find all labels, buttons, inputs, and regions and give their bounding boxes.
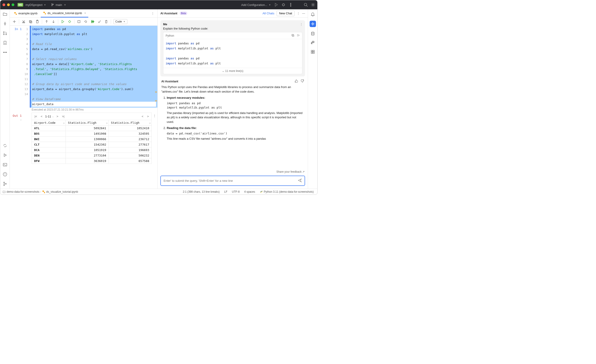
close-window[interactable] bbox=[2, 3, 5, 6]
clear-outputs-icon[interactable] bbox=[97, 19, 102, 24]
zoom-window[interactable] bbox=[12, 3, 14, 6]
add-cell-icon[interactable] bbox=[12, 19, 17, 24]
problems-icon[interactable] bbox=[2, 172, 7, 177]
table-row[interactable]: DFW3636019657588 bbox=[32, 158, 152, 164]
python-packages-icon[interactable] bbox=[310, 40, 315, 45]
svg-point-16 bbox=[4, 185, 5, 186]
copy-icon[interactable] bbox=[291, 34, 294, 37]
last-page-icon[interactable]: >| bbox=[61, 114, 65, 119]
svg-point-5 bbox=[312, 4, 314, 6]
more-icon[interactable]: ⋮ bbox=[297, 12, 300, 15]
step2-title: Reading the data file: bbox=[167, 126, 197, 130]
minimize-window[interactable] bbox=[7, 3, 10, 6]
more-icon[interactable] bbox=[2, 50, 7, 55]
page-range[interactable]: 1-11 ⌄ bbox=[45, 115, 54, 118]
database-icon[interactable] bbox=[310, 31, 315, 36]
line-separator[interactable]: LF bbox=[223, 190, 229, 193]
expand-code[interactable]: 11 more line(s) bbox=[163, 68, 302, 74]
ai-assistant-icon[interactable] bbox=[310, 21, 316, 27]
pull-requests-icon[interactable] bbox=[2, 31, 7, 36]
services-icon[interactable] bbox=[2, 153, 7, 158]
tabs-more-icon[interactable]: ⋮ bbox=[150, 12, 156, 15]
cell-type-selector[interactable]: Code ▼ bbox=[113, 19, 127, 24]
code-content[interactable]: import pandas as pd import matplotlib.py… bbox=[163, 39, 302, 68]
scroll-right-icon[interactable]: > bbox=[146, 114, 150, 119]
chevron-down-icon: ▼ bbox=[269, 4, 271, 6]
paste-icon[interactable] bbox=[35, 19, 40, 24]
ai-input[interactable] bbox=[160, 176, 305, 186]
share-feedback-link[interactable]: Share your feedback ↗ bbox=[158, 169, 308, 173]
copy-icon[interactable] bbox=[28, 19, 33, 24]
all-chats-link[interactable]: All Chats bbox=[262, 12, 274, 15]
next-page-icon[interactable]: > bbox=[56, 114, 59, 119]
table-row[interactable]: CLT1542302277617 bbox=[32, 142, 152, 148]
table-row[interactable]: DEN2773104506232 bbox=[32, 153, 152, 158]
more-icon[interactable] bbox=[289, 3, 293, 7]
tab-label: example.ipynb bbox=[18, 12, 37, 15]
minimize-icon[interactable]: — bbox=[302, 12, 305, 15]
col-airport-code[interactable]: Airport.Code◇ bbox=[32, 120, 66, 126]
settings-icon[interactable] bbox=[311, 3, 315, 7]
move-down-icon[interactable] bbox=[51, 19, 56, 24]
terminal-icon[interactable] bbox=[2, 162, 7, 167]
first-page-icon[interactable]: |< bbox=[34, 114, 38, 119]
indent[interactable]: 4 spaces bbox=[243, 190, 257, 193]
new-chat-button[interactable]: New Chat bbox=[277, 10, 295, 16]
thumbs-down-icon[interactable] bbox=[300, 79, 304, 83]
ai-input-field[interactable] bbox=[164, 179, 298, 182]
sync-icon[interactable] bbox=[2, 143, 7, 148]
breadcrumb[interactable]: demo-data-for-screenshots › ds_visualize… bbox=[2, 190, 78, 193]
editor-area: example.ipynb ds_visualize_tutorial.ipyn… bbox=[10, 9, 158, 189]
prev-page-icon[interactable]: < bbox=[40, 114, 44, 119]
svg-rect-13 bbox=[3, 163, 7, 166]
stop-icon[interactable] bbox=[77, 19, 81, 24]
run-icon[interactable] bbox=[274, 3, 278, 7]
tab-ds-visualize[interactable]: ds_visualize_tutorial.ipynb × bbox=[41, 9, 88, 17]
move-up-icon[interactable] bbox=[44, 19, 49, 24]
table-row[interactable]: BWI1300066236712 bbox=[32, 136, 152, 142]
table-row[interactable]: DCA1051919196693 bbox=[32, 148, 152, 153]
cursor-position[interactable]: 2:1 (398 chars, 13 line breaks) bbox=[181, 190, 221, 193]
svg-rect-32 bbox=[311, 50, 313, 52]
run-all-icon[interactable] bbox=[90, 19, 95, 24]
bookmarks-icon[interactable] bbox=[2, 40, 7, 45]
cell-area: In 1 1234567891011121314 import pandas a… bbox=[10, 26, 157, 189]
cut-icon[interactable] bbox=[21, 19, 26, 24]
run-config-label: Add Configuration... bbox=[241, 3, 267, 7]
output-more-icon[interactable]: ⋮ bbox=[152, 113, 157, 119]
debug-cell-icon[interactable] bbox=[67, 19, 72, 24]
message-more-icon[interactable]: ⋮ bbox=[300, 22, 303, 26]
close-icon[interactable]: × bbox=[84, 11, 86, 15]
execution-info: Executed at 2023.07.21 10:21:30 in 867ms bbox=[10, 108, 157, 113]
output-pager: |< < 1-11 ⌄ > >| < > bbox=[32, 113, 152, 120]
project-selector[interactable]: MD myDSproject ▼ bbox=[17, 3, 46, 7]
insert-icon[interactable] bbox=[297, 34, 300, 37]
table-row[interactable]: ATL50928411052410 bbox=[32, 126, 152, 131]
git-icon[interactable] bbox=[2, 181, 7, 186]
svg-point-11 bbox=[5, 52, 5, 53]
encoding[interactable]: UTF-8 bbox=[231, 190, 241, 193]
send-icon[interactable] bbox=[298, 178, 302, 183]
tab-example[interactable]: example.ipynb bbox=[12, 9, 40, 17]
restart-icon[interactable] bbox=[83, 19, 88, 24]
svg-point-7 bbox=[3, 32, 4, 33]
debug-icon[interactable] bbox=[281, 3, 285, 7]
table-row[interactable]: BOS1491908324595 bbox=[32, 131, 152, 136]
col-stat-2[interactable]: Statistics.Fligh◇ bbox=[109, 120, 151, 126]
notifications-icon[interactable] bbox=[310, 12, 315, 17]
delete-icon[interactable] bbox=[104, 19, 109, 24]
scroll-left-icon[interactable]: < bbox=[141, 114, 144, 119]
project-icon[interactable] bbox=[2, 12, 7, 17]
step2-code: data = pd.read_csv('airlines.csv') bbox=[167, 131, 304, 136]
code-editor[interactable]: import pandas as pd import matplotlib.py… bbox=[31, 26, 157, 108]
step1-text: The pandas library (imported as pd) is u… bbox=[167, 111, 304, 124]
thumbs-up-icon[interactable] bbox=[295, 79, 298, 83]
plugins-icon[interactable] bbox=[310, 49, 315, 54]
run-cell-icon[interactable] bbox=[60, 19, 65, 24]
vcs-branch[interactable]: main ▼ bbox=[51, 3, 66, 7]
search-icon[interactable] bbox=[304, 3, 308, 7]
commit-icon[interactable] bbox=[2, 21, 7, 26]
python-interpreter[interactable]: Python 3.11 (demo-data-for-screenshots) bbox=[258, 190, 315, 193]
col-stat-1[interactable]: Statistics.Fligh◇ bbox=[66, 120, 109, 126]
run-config-selector[interactable]: Add Configuration... ▼ bbox=[241, 3, 271, 7]
